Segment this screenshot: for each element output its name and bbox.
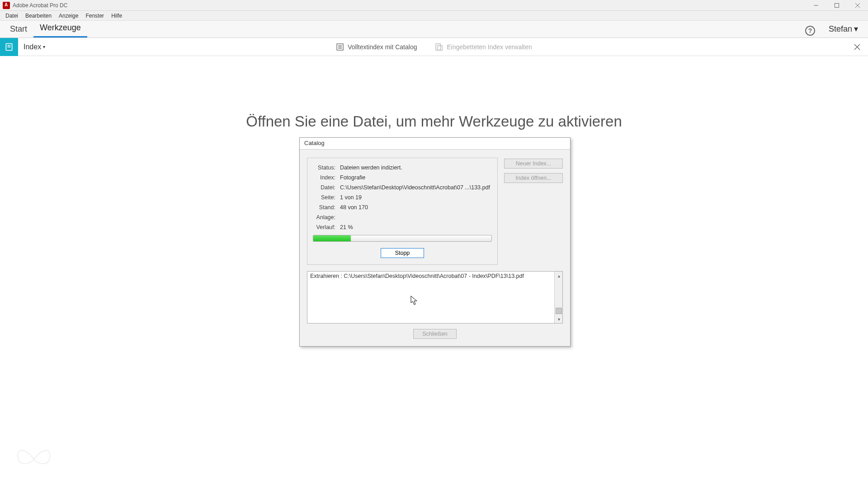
maximize-button[interactable] xyxy=(826,0,847,11)
stage-heading: Öffnen Sie eine Datei, um mehr Werkzeuge… xyxy=(246,113,622,130)
action-manage-embedded-index: Eingebetteten Index verwalten xyxy=(435,43,532,51)
value-page: 1 von 19 xyxy=(339,192,492,202)
action-fulltext-catalog[interactable]: Volltextindex mit Catalog xyxy=(336,43,417,51)
label-verlauf: Verlauf: xyxy=(313,222,339,232)
help-icon[interactable]: ? xyxy=(803,24,817,38)
label-file: Datei: xyxy=(313,183,339,192)
tool-subbar: Index ▾ Volltextindex mit Catalog Eingeb… xyxy=(0,38,868,56)
user-label: Stefan xyxy=(829,24,852,34)
app-icon xyxy=(3,2,10,9)
scroll-thumb[interactable] xyxy=(556,308,562,314)
label-page: Seite: xyxy=(313,192,339,202)
menu-edit[interactable]: Bearbeiten xyxy=(22,12,55,20)
menu-file[interactable]: Datei xyxy=(2,12,22,20)
menu-window[interactable]: Fenster xyxy=(82,12,108,20)
value-stand: 48 von 170 xyxy=(339,202,492,212)
window-title: Adobe Acrobat Pro DC xyxy=(13,2,67,9)
close-tool-button[interactable] xyxy=(852,42,863,52)
svg-rect-11 xyxy=(436,44,440,50)
menubar: Datei Bearbeiten Anzeige Fenster Hilfe xyxy=(0,11,868,21)
stop-button[interactable]: Stopp xyxy=(381,248,424,258)
window-titlebar: Adobe Acrobat Pro DC xyxy=(0,0,868,11)
value-verlauf: 21 % xyxy=(339,222,492,232)
embedded-index-icon xyxy=(435,43,443,51)
tool-name-label: Index xyxy=(24,43,41,51)
svg-rect-12 xyxy=(438,46,442,50)
info-panel: Status:Dateien werden indiziert. Index:F… xyxy=(307,158,498,265)
label-status: Status: xyxy=(313,163,339,173)
scroll-down-icon[interactable]: ▾ xyxy=(555,315,563,323)
new-index-button: Neuer Index... xyxy=(504,159,563,169)
log-line: Extrahieren : C:\Users\Stefan\Desktop\Vi… xyxy=(310,273,553,279)
user-menu[interactable]: Stefan▾ xyxy=(822,21,864,38)
open-index-button: Index öffnen... xyxy=(504,173,563,183)
watermark-icon xyxy=(14,444,54,475)
tool-badge-icon xyxy=(0,38,18,56)
chevron-down-icon: ▾ xyxy=(854,24,858,34)
chevron-down-icon: ▾ xyxy=(43,44,45,49)
log-textarea[interactable]: Extrahieren : C:\Users\Stefan\Desktop\Vi… xyxy=(307,271,563,324)
value-anlage xyxy=(339,212,492,222)
scroll-up-icon[interactable]: ▴ xyxy=(555,272,563,280)
menu-help[interactable]: Hilfe xyxy=(108,12,126,20)
label-index: Index: xyxy=(313,173,339,183)
close-button: Schließen xyxy=(413,329,457,339)
catalog-icon xyxy=(336,43,344,51)
label-stand: Stand: xyxy=(313,202,339,212)
main-tabs: Start Werkzeuge ? Stefan▾ xyxy=(0,21,868,38)
action-label: Volltextindex mit Catalog xyxy=(348,43,417,51)
catalog-dialog: Catalog Status:Dateien werden indiziert.… xyxy=(299,137,571,347)
label-anlage: Anlage: xyxy=(313,212,339,222)
value-index: Fotografie xyxy=(339,173,492,183)
menu-view[interactable]: Anzeige xyxy=(55,12,82,20)
dialog-title: Catalog xyxy=(300,138,570,150)
tab-start[interactable]: Start xyxy=(4,22,33,38)
progress-bar xyxy=(313,235,492,242)
stage: Öffnen Sie eine Datei, um mehr Werkzeuge… xyxy=(0,56,868,488)
value-file: C:\Users\Stefan\Desktop\Videoschnitt\Acr… xyxy=(339,183,492,192)
minimize-button[interactable] xyxy=(806,0,826,11)
action-label: Eingebetteten Index verwalten xyxy=(447,43,532,51)
tool-dropdown[interactable]: Index ▾ xyxy=(18,43,49,51)
tab-tools[interactable]: Werkzeuge xyxy=(33,20,87,38)
svg-rect-1 xyxy=(835,3,839,7)
scrollbar[interactable]: ▴ ▾ xyxy=(554,272,562,323)
value-status: Dateien werden indiziert. xyxy=(339,163,492,173)
window-close-button[interactable] xyxy=(847,0,868,11)
progress-fill xyxy=(313,235,351,241)
